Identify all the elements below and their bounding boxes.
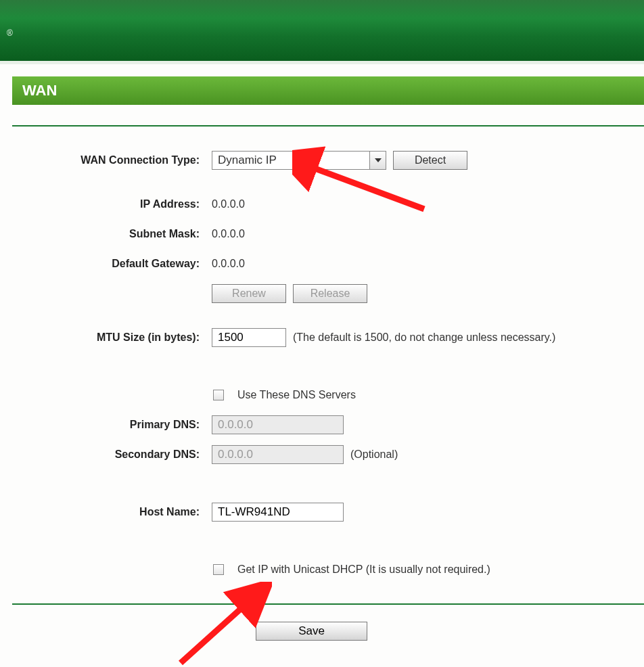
secondary-dns-row: Secondary DNS: (Optional) [12,444,644,465]
subnet-mask-value: 0.0.0.0 [212,228,245,240]
use-dns-checkbox[interactable] [213,390,224,400]
host-name-row: Host Name: [12,502,644,522]
release-button[interactable]: Release [293,284,367,303]
host-name-input[interactable] [212,503,344,522]
wan-type-select-value: Dynamic IP [212,154,369,167]
default-gateway-row: Default Gateway: 0.0.0.0 [12,254,644,274]
wan-type-row: WAN Connection Type: Dynamic IP Detect [12,150,644,170]
use-dns-row: Use These DNS Servers [12,385,644,405]
subnet-mask-label: Subnet Mask: [12,228,212,240]
secondary-dns-input[interactable] [212,445,344,464]
host-name-label: Host Name: [12,506,212,518]
primary-dns-input[interactable] [212,415,344,434]
renew-release-row: Renew Release [12,283,644,304]
section-title: WAN [12,76,644,105]
mtu-input[interactable] [212,328,286,347]
wan-type-dropdown-button[interactable] [369,152,386,169]
save-button[interactable]: Save [256,622,367,641]
mtu-hint: (The default is 1500, do not change unle… [293,331,555,344]
unicast-dhcp-row: Get IP with Unicast DHCP (It is usually … [12,559,644,580]
ip-address-value: 0.0.0.0 [212,198,245,210]
chevron-down-icon [375,158,382,162]
ip-address-label: IP Address: [12,198,212,210]
unicast-dhcp-checkbox[interactable] [213,564,224,575]
primary-dns-row: Primary DNS: [12,415,644,435]
save-row: Save [12,605,644,641]
ip-address-row: IP Address: 0.0.0.0 [12,194,644,214]
unicast-dhcp-label: Get IP with Unicast DHCP (It is usually … [237,564,490,576]
top-banner [0,0,644,64]
wan-type-label: WAN Connection Type: [12,154,212,166]
mtu-label: MTU Size (in bytes): [12,331,212,344]
secondary-dns-hint: (Optional) [350,448,398,461]
renew-button[interactable]: Renew [212,284,286,303]
primary-dns-label: Primary DNS: [12,419,212,431]
detect-button[interactable]: Detect [393,151,467,170]
subnet-mask-row: Subnet Mask: 0.0.0.0 [12,224,644,244]
wan-type-select[interactable]: Dynamic IP [212,151,386,170]
default-gateway-label: Default Gateway: [12,258,212,270]
default-gateway-value: 0.0.0.0 [212,258,245,270]
mtu-row: MTU Size (in bytes): (The default is 150… [12,327,644,348]
use-dns-label: Use These DNS Servers [237,389,356,401]
secondary-dns-label: Secondary DNS: [12,448,212,461]
